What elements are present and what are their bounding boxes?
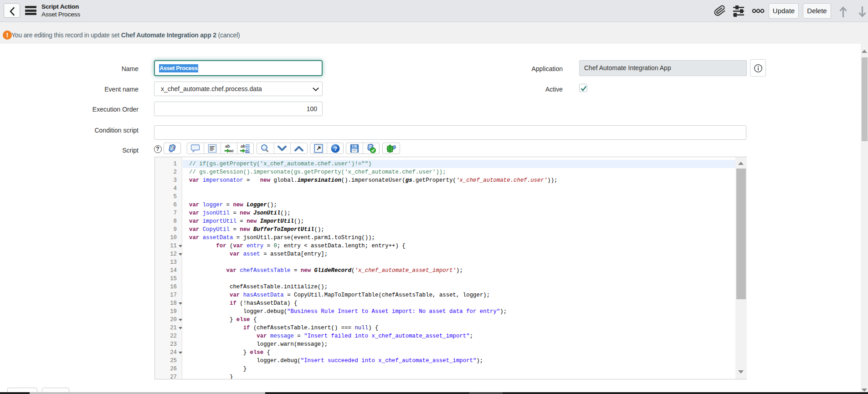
svg-text:ac: ac <box>229 148 234 153</box>
svg-text:ab: ab <box>225 144 230 148</box>
svg-text:ac: ac <box>245 148 250 153</box>
svg-text:?: ? <box>334 145 337 152</box>
